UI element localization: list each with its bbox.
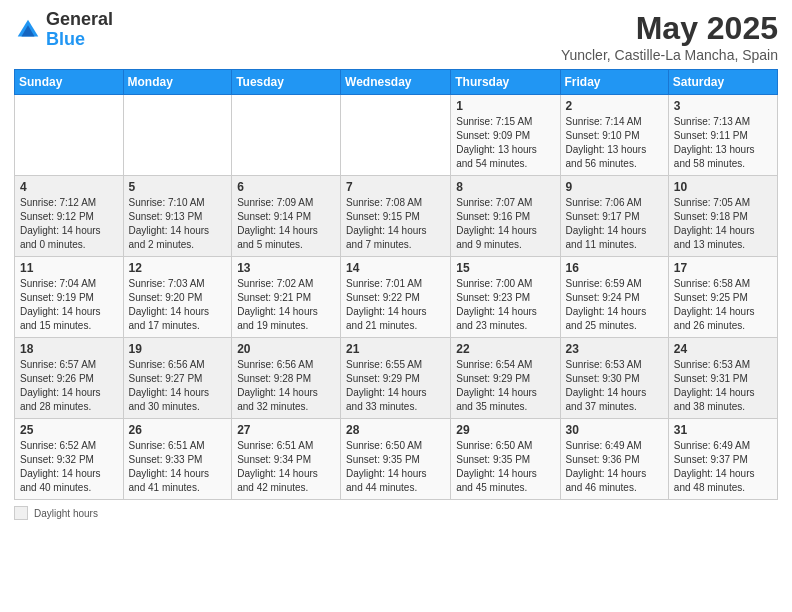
day-number: 31 xyxy=(674,423,772,437)
day-number: 14 xyxy=(346,261,445,275)
calendar-cell: 23Sunrise: 6:53 AMSunset: 9:30 PMDayligh… xyxy=(560,338,668,419)
day-number: 9 xyxy=(566,180,663,194)
calendar-cell: 6Sunrise: 7:09 AMSunset: 9:14 PMDaylight… xyxy=(232,176,341,257)
column-header-thursday: Thursday xyxy=(451,70,560,95)
daylight-label: Daylight hours xyxy=(34,508,98,519)
main-title: May 2025 xyxy=(561,10,778,47)
calendar-cell: 14Sunrise: 7:01 AMSunset: 9:22 PMDayligh… xyxy=(341,257,451,338)
logo-icon xyxy=(14,16,42,44)
column-header-saturday: Saturday xyxy=(668,70,777,95)
day-info: Sunrise: 7:00 AMSunset: 9:23 PMDaylight:… xyxy=(456,277,554,333)
calendar-cell: 5Sunrise: 7:10 AMSunset: 9:13 PMDaylight… xyxy=(123,176,232,257)
column-header-sunday: Sunday xyxy=(15,70,124,95)
calendar-cell: 18Sunrise: 6:57 AMSunset: 9:26 PMDayligh… xyxy=(15,338,124,419)
calendar-cell: 12Sunrise: 7:03 AMSunset: 9:20 PMDayligh… xyxy=(123,257,232,338)
day-info: Sunrise: 6:56 AMSunset: 9:27 PMDaylight:… xyxy=(129,358,227,414)
calendar-cell: 26Sunrise: 6:51 AMSunset: 9:33 PMDayligh… xyxy=(123,419,232,500)
day-number: 18 xyxy=(20,342,118,356)
calendar-cell: 28Sunrise: 6:50 AMSunset: 9:35 PMDayligh… xyxy=(341,419,451,500)
day-number: 27 xyxy=(237,423,335,437)
column-header-friday: Friday xyxy=(560,70,668,95)
calendar-cell xyxy=(15,95,124,176)
day-info: Sunrise: 6:55 AMSunset: 9:29 PMDaylight:… xyxy=(346,358,445,414)
calendar-cell: 15Sunrise: 7:00 AMSunset: 9:23 PMDayligh… xyxy=(451,257,560,338)
day-info: Sunrise: 7:02 AMSunset: 9:21 PMDaylight:… xyxy=(237,277,335,333)
day-number: 29 xyxy=(456,423,554,437)
day-info: Sunrise: 6:58 AMSunset: 9:25 PMDaylight:… xyxy=(674,277,772,333)
day-info: Sunrise: 7:10 AMSunset: 9:13 PMDaylight:… xyxy=(129,196,227,252)
calendar-week-4: 18Sunrise: 6:57 AMSunset: 9:26 PMDayligh… xyxy=(15,338,778,419)
calendar-cell: 2Sunrise: 7:14 AMSunset: 9:10 PMDaylight… xyxy=(560,95,668,176)
day-info: Sunrise: 7:12 AMSunset: 9:12 PMDaylight:… xyxy=(20,196,118,252)
day-number: 10 xyxy=(674,180,772,194)
calendar-week-2: 4Sunrise: 7:12 AMSunset: 9:12 PMDaylight… xyxy=(15,176,778,257)
day-info: Sunrise: 7:08 AMSunset: 9:15 PMDaylight:… xyxy=(346,196,445,252)
calendar-cell: 13Sunrise: 7:02 AMSunset: 9:21 PMDayligh… xyxy=(232,257,341,338)
column-header-wednesday: Wednesday xyxy=(341,70,451,95)
day-info: Sunrise: 6:56 AMSunset: 9:28 PMDaylight:… xyxy=(237,358,335,414)
column-header-monday: Monday xyxy=(123,70,232,95)
subtitle: Yuncler, Castille-La Mancha, Spain xyxy=(561,47,778,63)
day-info: Sunrise: 7:03 AMSunset: 9:20 PMDaylight:… xyxy=(129,277,227,333)
calendar-cell: 22Sunrise: 6:54 AMSunset: 9:29 PMDayligh… xyxy=(451,338,560,419)
header: General Blue May 2025 Yuncler, Castille-… xyxy=(14,10,778,63)
logo-general: General xyxy=(46,10,113,30)
calendar-cell: 11Sunrise: 7:04 AMSunset: 9:19 PMDayligh… xyxy=(15,257,124,338)
calendar-cell: 4Sunrise: 7:12 AMSunset: 9:12 PMDaylight… xyxy=(15,176,124,257)
day-info: Sunrise: 6:49 AMSunset: 9:37 PMDaylight:… xyxy=(674,439,772,495)
day-info: Sunrise: 6:54 AMSunset: 9:29 PMDaylight:… xyxy=(456,358,554,414)
calendar-cell: 29Sunrise: 6:50 AMSunset: 9:35 PMDayligh… xyxy=(451,419,560,500)
footer: Daylight hours xyxy=(14,506,778,520)
day-info: Sunrise: 7:15 AMSunset: 9:09 PMDaylight:… xyxy=(456,115,554,171)
day-info: Sunrise: 6:50 AMSunset: 9:35 PMDaylight:… xyxy=(346,439,445,495)
logo: General Blue xyxy=(14,10,113,50)
calendar-week-1: 1Sunrise: 7:15 AMSunset: 9:09 PMDaylight… xyxy=(15,95,778,176)
calendar-cell xyxy=(232,95,341,176)
day-info: Sunrise: 6:59 AMSunset: 9:24 PMDaylight:… xyxy=(566,277,663,333)
calendar-cell: 21Sunrise: 6:55 AMSunset: 9:29 PMDayligh… xyxy=(341,338,451,419)
calendar-cell: 16Sunrise: 6:59 AMSunset: 9:24 PMDayligh… xyxy=(560,257,668,338)
calendar-cell: 31Sunrise: 6:49 AMSunset: 9:37 PMDayligh… xyxy=(668,419,777,500)
day-info: Sunrise: 7:09 AMSunset: 9:14 PMDaylight:… xyxy=(237,196,335,252)
day-number: 26 xyxy=(129,423,227,437)
day-info: Sunrise: 7:14 AMSunset: 9:10 PMDaylight:… xyxy=(566,115,663,171)
day-number: 3 xyxy=(674,99,772,113)
day-info: Sunrise: 6:51 AMSunset: 9:34 PMDaylight:… xyxy=(237,439,335,495)
column-header-tuesday: Tuesday xyxy=(232,70,341,95)
calendar-cell: 27Sunrise: 6:51 AMSunset: 9:34 PMDayligh… xyxy=(232,419,341,500)
day-info: Sunrise: 7:05 AMSunset: 9:18 PMDaylight:… xyxy=(674,196,772,252)
day-number: 25 xyxy=(20,423,118,437)
calendar-cell: 10Sunrise: 7:05 AMSunset: 9:18 PMDayligh… xyxy=(668,176,777,257)
calendar-table: SundayMondayTuesdayWednesdayThursdayFrid… xyxy=(14,69,778,500)
calendar-header-row: SundayMondayTuesdayWednesdayThursdayFrid… xyxy=(15,70,778,95)
logo-blue: Blue xyxy=(46,30,113,50)
calendar-cell: 30Sunrise: 6:49 AMSunset: 9:36 PMDayligh… xyxy=(560,419,668,500)
day-number: 13 xyxy=(237,261,335,275)
day-info: Sunrise: 6:51 AMSunset: 9:33 PMDaylight:… xyxy=(129,439,227,495)
logo-text: General Blue xyxy=(46,10,113,50)
calendar-cell xyxy=(341,95,451,176)
day-number: 4 xyxy=(20,180,118,194)
calendar-cell: 20Sunrise: 6:56 AMSunset: 9:28 PMDayligh… xyxy=(232,338,341,419)
page: General Blue May 2025 Yuncler, Castille-… xyxy=(0,0,792,612)
day-number: 19 xyxy=(129,342,227,356)
day-number: 2 xyxy=(566,99,663,113)
day-info: Sunrise: 7:01 AMSunset: 9:22 PMDaylight:… xyxy=(346,277,445,333)
day-number: 5 xyxy=(129,180,227,194)
day-number: 24 xyxy=(674,342,772,356)
day-info: Sunrise: 6:49 AMSunset: 9:36 PMDaylight:… xyxy=(566,439,663,495)
day-info: Sunrise: 7:07 AMSunset: 9:16 PMDaylight:… xyxy=(456,196,554,252)
day-number: 17 xyxy=(674,261,772,275)
day-info: Sunrise: 7:13 AMSunset: 9:11 PMDaylight:… xyxy=(674,115,772,171)
title-block: May 2025 Yuncler, Castille-La Mancha, Sp… xyxy=(561,10,778,63)
day-number: 21 xyxy=(346,342,445,356)
calendar-cell: 8Sunrise: 7:07 AMSunset: 9:16 PMDaylight… xyxy=(451,176,560,257)
day-info: Sunrise: 7:04 AMSunset: 9:19 PMDaylight:… xyxy=(20,277,118,333)
day-number: 22 xyxy=(456,342,554,356)
calendar-cell xyxy=(123,95,232,176)
day-number: 12 xyxy=(129,261,227,275)
day-number: 15 xyxy=(456,261,554,275)
day-number: 28 xyxy=(346,423,445,437)
day-number: 7 xyxy=(346,180,445,194)
day-number: 20 xyxy=(237,342,335,356)
